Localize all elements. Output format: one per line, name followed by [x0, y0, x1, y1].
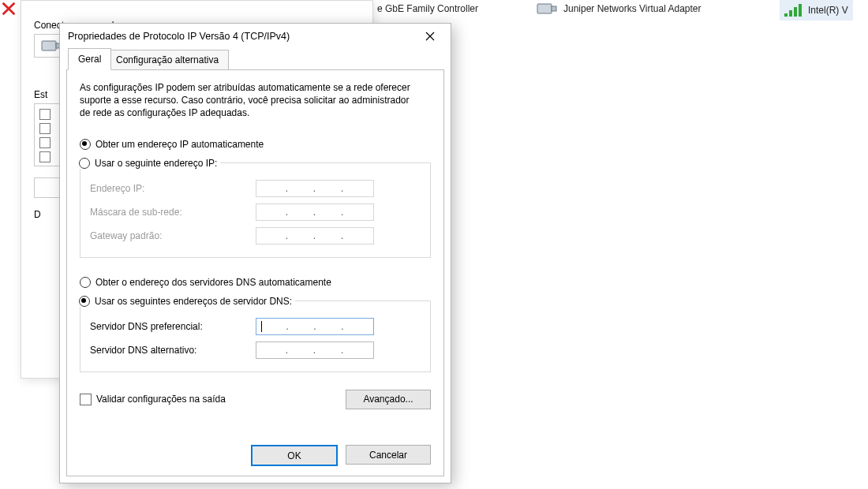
field-ip-address: Endereço IP: ...	[90, 177, 421, 200]
close-icon	[0, 0, 17, 17]
nic-icon	[537, 2, 557, 16]
adapter-item-gbe[interactable]: e GbE Family Controller	[377, 0, 478, 17]
dns-alternate-input[interactable]: ...	[256, 342, 374, 359]
intro-text: As configurações IP podem ser atribuídas…	[80, 81, 419, 120]
wifi-icon	[784, 4, 802, 17]
gateway-input: ...	[256, 227, 374, 244]
svg-rect-0	[42, 41, 56, 50]
ip-manual-group: Usar o seguinte endereço IP: Endereço IP…	[80, 158, 431, 258]
tab-strip: Geral Configuração alternativa	[66, 49, 444, 70]
close-icon	[425, 32, 435, 41]
radio-dns-auto[interactable]: Obter o endereço dos servidores DNS auto…	[80, 277, 431, 288]
tab-label: Configuração alternativa	[116, 54, 219, 65]
field-gateway: Gateway padrão: ...	[90, 224, 421, 248]
radio-label: Usar os seguintes endereços de servidor …	[95, 296, 292, 307]
ip-address-input: ...	[256, 180, 374, 197]
field-label: Servidor DNS preferencial:	[90, 321, 248, 332]
ok-button[interactable]: OK	[251, 445, 338, 466]
radio-ip-auto[interactable]: Obter um endereço IP automaticamente	[80, 139, 431, 150]
radio-icon	[80, 139, 91, 150]
adapter-label: e GbE Family Controller	[377, 3, 478, 14]
svg-rect-3	[552, 6, 556, 11]
radio-icon	[80, 277, 91, 288]
advanced-button[interactable]: Avançado...	[346, 390, 431, 409]
adapter-item-juniper[interactable]: Juniper Networks Virtual Adapter	[537, 0, 702, 17]
radio-ip-manual[interactable]: Usar o seguinte endereço IP:	[79, 158, 217, 169]
cancel-button[interactable]: Cancelar	[346, 445, 431, 465]
dns-manual-group: Usar os seguintes endereços de servidor …	[80, 296, 431, 372]
validate-checkbox[interactable]	[80, 394, 92, 405]
radio-dns-manual[interactable]: Usar os seguintes endereços de servidor …	[79, 296, 292, 307]
radio-icon	[79, 158, 90, 169]
svg-rect-2	[537, 4, 552, 13]
adapter-label: Juniper Networks Virtual Adapter	[563, 3, 702, 14]
field-label: Endereço IP:	[90, 183, 248, 194]
dialog-title: Propriedades de Protocolo IP Versão 4 (T…	[68, 31, 414, 42]
ipv4-properties-dialog: Propriedades de Protocolo IP Versão 4 (T…	[59, 23, 451, 483]
field-subnet-mask: Máscara de sub-rede: ...	[90, 200, 421, 224]
field-label: Máscara de sub-rede:	[90, 207, 248, 218]
subnet-mask-input: ...	[256, 203, 374, 221]
radio-label: Usar o seguinte endereço IP:	[95, 158, 217, 169]
tab-general[interactable]: Geral	[68, 48, 111, 70]
field-dns-alternate: Servidor DNS alternativo: ...	[90, 338, 421, 362]
adapter-item-intel[interactable]: Intel(R) V	[780, 0, 853, 21]
field-dns-preferred: Servidor DNS preferencial: ...	[90, 315, 421, 338]
dialog-button-row: OK Cancelar	[251, 445, 431, 466]
dialog-titlebar[interactable]: Propriedades de Protocolo IP Versão 4 (T…	[60, 24, 451, 49]
tab-page-general: As configurações IP podem ser atribuídas…	[66, 70, 444, 476]
radio-icon	[79, 296, 90, 307]
dns-preferred-input[interactable]: ...	[256, 318, 374, 335]
validate-label: Validar configurações na saída	[96, 394, 226, 405]
field-label: Servidor DNS alternativo:	[90, 345, 248, 356]
field-label: Gateway padrão:	[90, 230, 248, 241]
close-button[interactable]	[414, 25, 446, 47]
adapter-label: Intel(R) V	[808, 5, 848, 16]
radio-label: Obter o endereço dos servidores DNS auto…	[95, 277, 331, 288]
radio-label: Obter um endereço IP automaticamente	[95, 139, 264, 150]
tab-label: Geral	[78, 54, 101, 65]
tab-alt-config[interactable]: Configuração alternativa	[106, 50, 229, 70]
